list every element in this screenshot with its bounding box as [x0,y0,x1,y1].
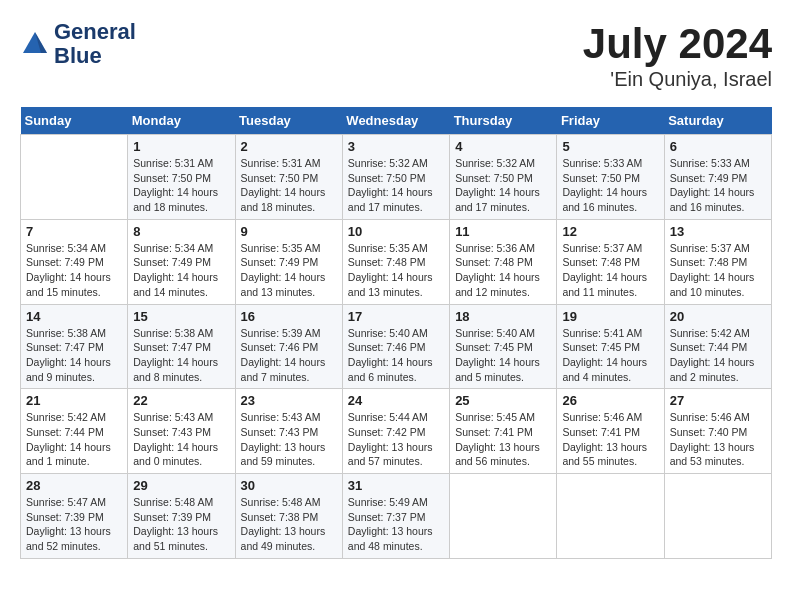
day-info: Sunrise: 5:35 AM Sunset: 7:49 PM Dayligh… [241,241,337,300]
calendar-cell: 3Sunrise: 5:32 AM Sunset: 7:50 PM Daylig… [342,135,449,220]
day-number: 25 [455,393,551,408]
day-info: Sunrise: 5:49 AM Sunset: 7:37 PM Dayligh… [348,495,444,554]
weekday-header: Saturday [664,107,771,135]
day-info: Sunrise: 5:45 AM Sunset: 7:41 PM Dayligh… [455,410,551,469]
weekday-header: Friday [557,107,664,135]
calendar-cell: 27Sunrise: 5:46 AM Sunset: 7:40 PM Dayli… [664,389,771,474]
day-info: Sunrise: 5:46 AM Sunset: 7:40 PM Dayligh… [670,410,766,469]
day-info: Sunrise: 5:34 AM Sunset: 7:49 PM Dayligh… [26,241,122,300]
calendar-cell [557,474,664,559]
calendar-week-row: 14Sunrise: 5:38 AM Sunset: 7:47 PM Dayli… [21,304,772,389]
day-info: Sunrise: 5:44 AM Sunset: 7:42 PM Dayligh… [348,410,444,469]
day-number: 11 [455,224,551,239]
calendar-cell: 10Sunrise: 5:35 AM Sunset: 7:48 PM Dayli… [342,219,449,304]
month-title: July 2024 [583,20,772,68]
day-number: 17 [348,309,444,324]
day-number: 1 [133,139,229,154]
calendar-cell: 15Sunrise: 5:38 AM Sunset: 7:47 PM Dayli… [128,304,235,389]
day-number: 12 [562,224,658,239]
calendar-cell [21,135,128,220]
calendar-cell: 11Sunrise: 5:36 AM Sunset: 7:48 PM Dayli… [450,219,557,304]
calendar-cell: 19Sunrise: 5:41 AM Sunset: 7:45 PM Dayli… [557,304,664,389]
weekday-header: Monday [128,107,235,135]
logo-icon [20,29,50,59]
day-info: Sunrise: 5:43 AM Sunset: 7:43 PM Dayligh… [241,410,337,469]
day-info: Sunrise: 5:39 AM Sunset: 7:46 PM Dayligh… [241,326,337,385]
day-info: Sunrise: 5:32 AM Sunset: 7:50 PM Dayligh… [455,156,551,215]
day-number: 9 [241,224,337,239]
day-number: 31 [348,478,444,493]
day-number: 27 [670,393,766,408]
day-number: 21 [26,393,122,408]
day-number: 18 [455,309,551,324]
day-number: 6 [670,139,766,154]
calendar-cell: 25Sunrise: 5:45 AM Sunset: 7:41 PM Dayli… [450,389,557,474]
calendar-cell: 12Sunrise: 5:37 AM Sunset: 7:48 PM Dayli… [557,219,664,304]
day-info: Sunrise: 5:43 AM Sunset: 7:43 PM Dayligh… [133,410,229,469]
weekday-header: Tuesday [235,107,342,135]
logo-line2: Blue [54,44,136,68]
day-number: 29 [133,478,229,493]
day-number: 14 [26,309,122,324]
day-info: Sunrise: 5:41 AM Sunset: 7:45 PM Dayligh… [562,326,658,385]
day-number: 4 [455,139,551,154]
weekday-header: Sunday [21,107,128,135]
calendar-cell: 22Sunrise: 5:43 AM Sunset: 7:43 PM Dayli… [128,389,235,474]
day-number: 22 [133,393,229,408]
calendar-cell: 30Sunrise: 5:48 AM Sunset: 7:38 PM Dayli… [235,474,342,559]
day-info: Sunrise: 5:48 AM Sunset: 7:38 PM Dayligh… [241,495,337,554]
calendar-cell: 1Sunrise: 5:31 AM Sunset: 7:50 PM Daylig… [128,135,235,220]
day-number: 15 [133,309,229,324]
day-number: 28 [26,478,122,493]
calendar-cell: 4Sunrise: 5:32 AM Sunset: 7:50 PM Daylig… [450,135,557,220]
day-number: 23 [241,393,337,408]
day-number: 24 [348,393,444,408]
page-header: General Blue July 2024 'Ein Quniya, Isra… [20,20,772,91]
day-number: 10 [348,224,444,239]
calendar-cell: 17Sunrise: 5:40 AM Sunset: 7:46 PM Dayli… [342,304,449,389]
calendar-cell: 8Sunrise: 5:34 AM Sunset: 7:49 PM Daylig… [128,219,235,304]
day-number: 3 [348,139,444,154]
day-number: 26 [562,393,658,408]
day-number: 2 [241,139,337,154]
day-info: Sunrise: 5:46 AM Sunset: 7:41 PM Dayligh… [562,410,658,469]
day-info: Sunrise: 5:36 AM Sunset: 7:48 PM Dayligh… [455,241,551,300]
day-number: 30 [241,478,337,493]
calendar-cell: 6Sunrise: 5:33 AM Sunset: 7:49 PM Daylig… [664,135,771,220]
day-info: Sunrise: 5:40 AM Sunset: 7:45 PM Dayligh… [455,326,551,385]
calendar-header-row: SundayMondayTuesdayWednesdayThursdayFrid… [21,107,772,135]
logo-line1: General [54,20,136,44]
day-info: Sunrise: 5:40 AM Sunset: 7:46 PM Dayligh… [348,326,444,385]
calendar-week-row: 21Sunrise: 5:42 AM Sunset: 7:44 PM Dayli… [21,389,772,474]
calendar-cell: 2Sunrise: 5:31 AM Sunset: 7:50 PM Daylig… [235,135,342,220]
day-info: Sunrise: 5:48 AM Sunset: 7:39 PM Dayligh… [133,495,229,554]
calendar-cell: 9Sunrise: 5:35 AM Sunset: 7:49 PM Daylig… [235,219,342,304]
calendar-cell: 13Sunrise: 5:37 AM Sunset: 7:48 PM Dayli… [664,219,771,304]
calendar-week-row: 1Sunrise: 5:31 AM Sunset: 7:50 PM Daylig… [21,135,772,220]
day-info: Sunrise: 5:42 AM Sunset: 7:44 PM Dayligh… [26,410,122,469]
day-info: Sunrise: 5:33 AM Sunset: 7:50 PM Dayligh… [562,156,658,215]
calendar-cell: 21Sunrise: 5:42 AM Sunset: 7:44 PM Dayli… [21,389,128,474]
calendar-cell: 5Sunrise: 5:33 AM Sunset: 7:50 PM Daylig… [557,135,664,220]
day-number: 16 [241,309,337,324]
day-number: 19 [562,309,658,324]
calendar-week-row: 7Sunrise: 5:34 AM Sunset: 7:49 PM Daylig… [21,219,772,304]
calendar-cell: 26Sunrise: 5:46 AM Sunset: 7:41 PM Dayli… [557,389,664,474]
logo-text: General Blue [54,20,136,68]
day-info: Sunrise: 5:31 AM Sunset: 7:50 PM Dayligh… [133,156,229,215]
calendar-week-row: 28Sunrise: 5:47 AM Sunset: 7:39 PM Dayli… [21,474,772,559]
day-info: Sunrise: 5:38 AM Sunset: 7:47 PM Dayligh… [26,326,122,385]
day-info: Sunrise: 5:35 AM Sunset: 7:48 PM Dayligh… [348,241,444,300]
day-info: Sunrise: 5:42 AM Sunset: 7:44 PM Dayligh… [670,326,766,385]
calendar-cell: 20Sunrise: 5:42 AM Sunset: 7:44 PM Dayli… [664,304,771,389]
location-title: 'Ein Quniya, Israel [583,68,772,91]
calendar-cell: 16Sunrise: 5:39 AM Sunset: 7:46 PM Dayli… [235,304,342,389]
calendar-cell: 29Sunrise: 5:48 AM Sunset: 7:39 PM Dayli… [128,474,235,559]
day-number: 13 [670,224,766,239]
calendar-cell: 24Sunrise: 5:44 AM Sunset: 7:42 PM Dayli… [342,389,449,474]
day-info: Sunrise: 5:33 AM Sunset: 7:49 PM Dayligh… [670,156,766,215]
day-info: Sunrise: 5:32 AM Sunset: 7:50 PM Dayligh… [348,156,444,215]
day-info: Sunrise: 5:31 AM Sunset: 7:50 PM Dayligh… [241,156,337,215]
day-info: Sunrise: 5:37 AM Sunset: 7:48 PM Dayligh… [562,241,658,300]
calendar-table: SundayMondayTuesdayWednesdayThursdayFrid… [20,107,772,559]
